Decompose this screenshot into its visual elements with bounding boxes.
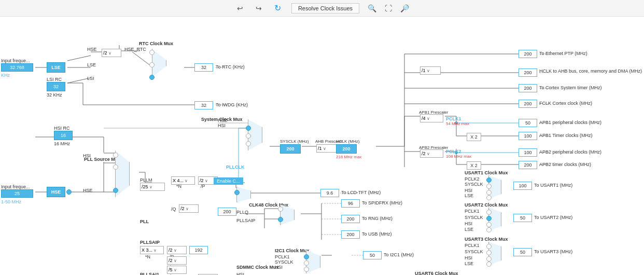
div1-select[interactable]: /1 (420, 66, 441, 75)
ahb-label: HCLK to AHB bus, core, memory and DMA (M… (539, 68, 643, 74)
pllsaip-clk48-label: PLLSAIP (236, 218, 256, 223)
apb1-peri-label: APB1 peripheral clocks (MHz) (539, 120, 601, 125)
hsi-pll-label: HSI (83, 153, 91, 158)
usart2-value-box[interactable]: 50 (513, 214, 532, 222)
hclk-box[interactable]: 200 (336, 144, 357, 154)
lcd-mux-c (234, 190, 240, 195)
u3-c3 (486, 256, 492, 262)
i2c1-mux-label: I2C1 Clock Mux (275, 248, 310, 253)
i2c1-c1 (304, 254, 309, 259)
pllq-clk48-label: PLLQ (236, 210, 248, 215)
pllq-select[interactable]: /2 (179, 204, 199, 213)
apb1-timer-label: APB1 Timer clocks (MHz) (539, 133, 593, 138)
hse-rtc-name: HSE_RTC (124, 47, 146, 52)
hsi-u1-label: HSI (465, 188, 472, 193)
clock-diagram: Input freque... 32.768 KHz LSE LSI RC 32… (0, 17, 644, 275)
input-freq-2-range: 1-50 MHz (1, 199, 21, 204)
fclk-value-box[interactable]: 200 (519, 100, 537, 108)
usart1-value-box[interactable]: 100 (513, 182, 532, 190)
enable-c-button[interactable]: Enable C... (214, 177, 243, 185)
sys-mux-c3 (246, 141, 251, 146)
pllsai-r-select[interactable]: /5 (167, 266, 187, 274)
rng-label: To RNG (MHz) (362, 216, 393, 221)
rtc-label: To RTC (KHz) (216, 64, 245, 70)
input-freq-2-value[interactable]: 25 (1, 189, 33, 198)
sysclk-i2c-label: SYSCLK (275, 259, 293, 265)
input-freq-1-value[interactable]: 32.768 (1, 63, 33, 72)
fclk-label: FCLK Cortex clock (MHz) (539, 101, 592, 106)
pll-n-select[interactable]: X 4... (171, 176, 195, 185)
redo-button[interactable]: ↪ (254, 3, 264, 13)
pllsai-q-select[interactable]: /2 (167, 256, 187, 265)
input-freq-1-unit: KHz (1, 73, 10, 78)
resolve-clock-button[interactable]: Resolve Clock Issues (291, 3, 359, 13)
usart6-mux-label: USART6 Clock Mux (415, 271, 458, 275)
apb2-div-select[interactable]: /2 (420, 149, 443, 158)
sdmmc-mux-label: SDMMC Clock Mux (236, 265, 279, 270)
i2c1-c3 (304, 267, 309, 272)
hse-main-box[interactable]: HSE (47, 187, 65, 197)
lse-box[interactable]: LSE (47, 62, 65, 73)
hsi-sys-mux-label: HSI (218, 123, 226, 128)
ahb-div-select[interactable]: /1 (316, 144, 337, 153)
sys-mux-c1 (246, 126, 251, 131)
expand-icon[interactable]: ⛶ (385, 4, 392, 12)
sysclk-u2-label: SYSCLK (465, 215, 483, 220)
pllsai-p-select[interactable]: /2 (167, 246, 187, 254)
pclk1-i2c-label: PCLK1 (275, 254, 290, 259)
lse-u1-label: LSE (465, 193, 473, 198)
hse-rtc-div-select[interactable]: /2 (102, 49, 121, 57)
apb2-timer-label: APB2 timer clocks (MHz) (539, 162, 591, 167)
lcd-mux (236, 187, 251, 202)
eth-value-box[interactable]: 200 (519, 50, 537, 58)
hsi-u2-label: HSI (465, 221, 472, 226)
apb2-timer-value-box[interactable]: 200 (519, 161, 537, 169)
hse-circle (66, 189, 72, 195)
pclk1-u2-label: PCLK1 (465, 209, 480, 214)
apb1-timer-value-box[interactable]: 100 (519, 132, 537, 140)
rng-value-box[interactable]: 200 (341, 215, 360, 223)
pclk2-max-label: 108 MHz max (446, 154, 471, 159)
iwdg-value-box[interactable]: 32 (194, 101, 213, 109)
iwdg-label: To IWDG (KHz) (216, 102, 248, 107)
u1-c2 (486, 184, 492, 189)
x2-apb1-box: X 2 (467, 133, 481, 141)
rtc-value-box[interactable]: 32 (194, 63, 213, 72)
cortex-value-box[interactable]: 200 (519, 84, 537, 92)
refresh-button[interactable]: ↻ (272, 2, 283, 14)
apb2-peri-value-box[interactable]: 100 (519, 148, 537, 157)
apb1-peri-value-box[interactable]: 50 (519, 119, 537, 127)
pll-src-c2 (113, 164, 118, 170)
pllsai-n-select[interactable]: X 3... (140, 246, 164, 254)
pllm-select[interactable]: /25 (140, 183, 165, 191)
usart3-value-box[interactable]: 50 (513, 248, 532, 256)
pll-label: PLL (140, 219, 149, 224)
lcd-tft-value-box[interactable]: 9.6 (320, 189, 339, 197)
pllclk-label: PLLCLK (226, 164, 245, 170)
pllsaip-val-box[interactable]: 192 (189, 246, 208, 254)
i2c1-value-box[interactable]: 50 (363, 251, 382, 259)
pllq-val-box[interactable]: 200 (218, 208, 236, 216)
undo-button[interactable]: ↩ (235, 3, 245, 13)
lse-mux-label: LSE (87, 62, 96, 67)
usb-label: To USB (MHz) (362, 231, 392, 237)
apb1-div-select[interactable]: /4 (420, 114, 443, 122)
usart1-label: To USART1 (MHz) (534, 183, 572, 188)
spidfrx-value-box[interactable]: 96 (341, 199, 360, 208)
hsi-rc-box[interactable]: 16 (54, 131, 73, 140)
u2-c3 (486, 222, 492, 227)
svg-line-1 (67, 56, 91, 61)
ahb-value-box[interactable]: 200 (519, 68, 537, 77)
search-icon[interactable]: 🔍 (368, 4, 376, 12)
rtc-mux-circle-3 (149, 75, 155, 80)
lsi-rc-box[interactable]: 32 (47, 82, 65, 91)
cortex-label: To Cortex System timer (MHz) (539, 85, 602, 90)
hclk-label: HCLK (MHz) (336, 139, 359, 144)
sysclk-box[interactable]: 200 (280, 144, 301, 154)
usb-value-box[interactable]: 200 (341, 230, 360, 239)
pll-n-label: *N (176, 184, 181, 189)
u2-c2 (486, 216, 492, 221)
x2-apb2-box: X 2 (467, 161, 481, 170)
zoom-icon[interactable]: 🔎 (400, 4, 409, 12)
u2-c4 (486, 227, 492, 232)
